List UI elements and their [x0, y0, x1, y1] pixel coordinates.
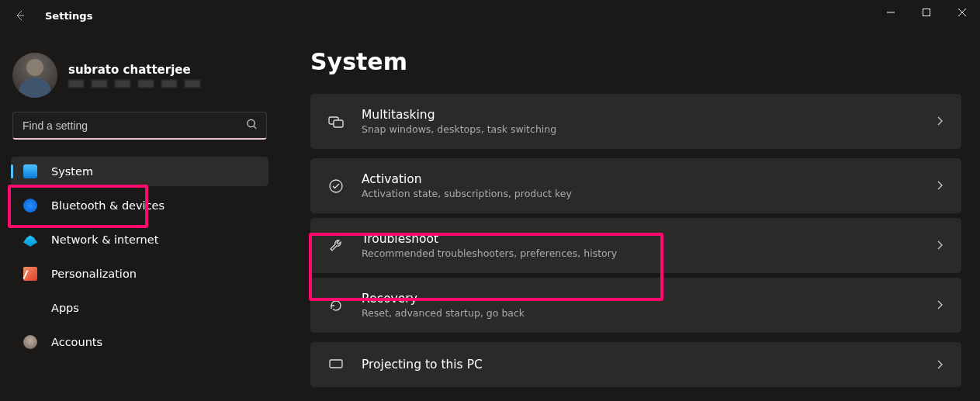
settings-card-list: Multitasking Snap windows, desktops, tas…: [310, 94, 961, 387]
svg-rect-0: [923, 9, 930, 16]
svg-rect-3: [334, 120, 343, 127]
user-email-redacted: [68, 80, 200, 88]
sidebar: subrato chatterjee System Bluetooth & de…: [0, 31, 279, 401]
card-troubleshoot[interactable]: Troubleshoot Recommended troubleshooters…: [310, 218, 961, 273]
titlebar: Settings: [0, 0, 980, 31]
person-icon: [23, 335, 37, 349]
page-title: System: [310, 48, 961, 75]
avatar: [12, 53, 57, 98]
sidebar-item-label: Bluetooth & devices: [51, 199, 164, 212]
system-icon: [23, 164, 37, 178]
wrench-icon: [327, 237, 345, 254]
back-button[interactable]: [6, 2, 34, 29]
card-subtitle: Recommended troubleshooters, preferences…: [362, 247, 918, 259]
close-button[interactable]: [944, 0, 980, 25]
sidebar-item-label: Personalization: [51, 268, 137, 280]
sidebar-item-personalization[interactable]: Personalization: [11, 259, 268, 289]
svg-point-1: [248, 119, 255, 126]
card-subtitle: Activation state, subscriptions, product…: [362, 188, 918, 199]
minimize-icon: [887, 9, 895, 16]
chevron-right-icon: [935, 298, 944, 313]
checkmark-circle-icon: [327, 178, 345, 195]
recovery-icon: [327, 297, 345, 314]
arrow-left-icon: [14, 9, 26, 22]
chevron-right-icon: [935, 178, 944, 193]
sidebar-item-label: Accounts: [51, 336, 102, 348]
close-icon: [958, 9, 966, 16]
sidebar-item-system[interactable]: System: [11, 157, 268, 186]
chevron-right-icon: [935, 114, 944, 129]
card-multitasking[interactable]: Multitasking Snap windows, desktops, tas…: [310, 94, 961, 149]
card-title: Activation: [362, 172, 918, 186]
chevron-right-icon: [935, 238, 944, 253]
content: System Multitasking Snap windows, deskto…: [279, 31, 980, 401]
search-input[interactable]: [12, 112, 267, 140]
sidebar-item-bluetooth[interactable]: Bluetooth & devices: [11, 191, 268, 220]
multitasking-icon: [327, 113, 345, 130]
maximize-icon: [923, 9, 930, 16]
svg-rect-5: [330, 360, 342, 368]
projecting-icon: [327, 356, 345, 373]
sidebar-item-accounts[interactable]: Accounts: [11, 327, 268, 357]
minimize-button[interactable]: [873, 0, 909, 25]
user-name: subrato chatterjee: [68, 63, 200, 77]
card-projecting[interactable]: Projecting to this PC: [310, 342, 961, 387]
sidebar-item-label: Network & internet: [51, 233, 158, 246]
bluetooth-icon: [23, 199, 37, 213]
wifi-icon: [23, 233, 37, 247]
nav-list: System Bluetooth & devices Network & int…: [8, 157, 272, 357]
card-subtitle: Reset, advanced startup, go back: [362, 307, 918, 319]
card-title: Recovery: [362, 292, 918, 306]
chevron-right-icon: [935, 358, 944, 372]
card-activation[interactable]: Activation Activation state, subscriptio…: [310, 158, 961, 213]
apps-icon: [23, 301, 37, 315]
window-controls: [873, 0, 980, 25]
card-title: Projecting to this PC: [362, 358, 918, 372]
card-recovery[interactable]: Recovery Reset, advanced startup, go bac…: [310, 278, 961, 333]
card-title: Troubleshoot: [362, 232, 918, 246]
paintbrush-icon: [23, 267, 37, 281]
sidebar-item-network[interactable]: Network & internet: [11, 225, 268, 254]
card-subtitle: Snap windows, desktops, task switching: [362, 123, 918, 135]
sidebar-item-label: Apps: [51, 302, 79, 314]
sidebar-item-apps[interactable]: Apps: [11, 293, 268, 323]
search-field[interactable]: [12, 112, 267, 140]
user-profile[interactable]: subrato chatterjee: [8, 47, 272, 112]
search-icon: [246, 119, 258, 133]
svg-point-4: [330, 180, 342, 192]
sidebar-item-label: System: [51, 165, 93, 178]
card-title: Multitasking: [362, 108, 918, 122]
window-title: Settings: [45, 10, 92, 22]
maximize-button[interactable]: [909, 0, 944, 25]
